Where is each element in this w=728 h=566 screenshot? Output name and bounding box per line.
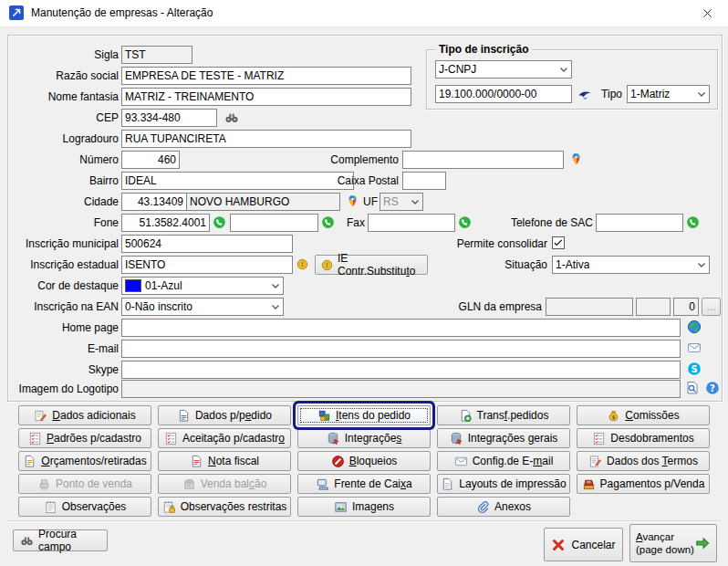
inscricao-estadual-label: Inscrição estadual [13,256,119,274]
button-frente-de-caixa[interactable]: Frente de Caixa [297,474,431,494]
whatsapp-icon[interactable] [458,215,472,229]
button-padroes-p-cadastro[interactable]: Padrões p/cadastro [18,428,151,448]
skype-input[interactable] [121,361,681,379]
skype-icon[interactable]: S [687,362,702,376]
caixa-postal-input[interactable] [402,172,446,190]
payments-icon [582,477,596,491]
button-aceitacao-p-cadastro[interactable]: Aceitação p/cadastro [158,428,291,448]
tipo-doc-value: J-CNPJ [439,63,476,76]
nome-fantasia-input[interactable]: MATRIZ - TREINAMENTO [121,88,411,106]
button-anexos[interactable]: Anexos [437,497,570,517]
window-title: Manutenção de empresas - Alteração [31,0,213,26]
button-integracoes[interactable]: Integrações [297,428,431,448]
button-dados-adicionais[interactable]: Dados adicionais [18,405,151,425]
button-dados-p-pedido[interactable]: Dados p/pedido [158,405,291,425]
razao-social-input[interactable]: EMPRESA DE TESTE - MATRIZ [121,67,411,85]
home-page-input[interactable] [121,319,681,337]
cor-destaque-value: 01-Azul [145,279,182,292]
fax-label: Fax [330,214,365,232]
sac-input[interactable] [596,214,683,232]
transfer-icon [459,409,473,423]
map-pin-icon[interactable] [346,194,359,208]
svg-text:$: $ [612,413,616,419]
button-comissoes[interactable]: $Comissões [577,405,710,425]
email-input[interactable] [121,340,681,358]
uf-label: UF [359,193,378,211]
button-ponto-de-venda: Ponto de venda [18,474,151,494]
numero-input[interactable]: 460 [121,151,180,169]
cor-destaque-select[interactable]: 01-Azul [121,277,284,295]
cidade-name-field: NOVO HAMBURGO [186,193,340,211]
permite-consolidar-checkbox[interactable] [552,236,565,249]
numero-label: Número [13,151,119,169]
logotipo-input[interactable] [121,380,681,398]
ie-contr-substituto-button[interactable]: IE Contr.Substituto [315,255,428,275]
inscricao-ean-label: Inscrição na EAN [13,298,119,316]
button-label: Comissões [625,409,679,422]
avancar-labels: Avançar (page down) [636,530,694,556]
cancelar-button[interactable]: Cancelar [544,528,623,561]
bairro-label: Bairro [13,172,119,190]
checklist-icon [592,432,606,445]
sigla-input[interactable]: TST [121,46,192,64]
notes-lock-icon [162,500,176,514]
button-desdobramentos[interactable]: Desdobramentos [577,428,710,448]
complemento-input[interactable] [402,151,564,169]
cnpj-input[interactable]: 19.100.000/0000-00 [435,85,572,103]
button-config-de-email[interactable]: Config.de E-mail [437,451,570,471]
button-label: Observações restritas [181,500,287,513]
button-observacoes-restritas[interactable]: Observações restritas [158,497,291,517]
help-icon[interactable]: ? [705,381,720,395]
situacao-value: 1-Ativa [556,258,589,271]
cnpj-icon[interactable] [577,87,592,101]
close-button[interactable] [686,0,728,26]
inscricao-ean-select[interactable]: 0-Não inscrito [121,298,284,316]
moneybag-icon: $ [607,409,620,423]
avancar-button[interactable]: Avançar (page down) [629,524,717,562]
button-pagamentos-p-venda[interactable]: Pagamentos p/Venda [577,474,710,494]
image-search-icon[interactable] [685,381,700,395]
cashier-icon [316,477,329,491]
button-transf-pedidos[interactable]: Transf.pedidos [437,405,570,425]
whatsapp-icon[interactable] [686,215,700,229]
envelope-icon [454,455,468,468]
logradouro-input[interactable]: RUA TUPANCIRETA [121,130,411,148]
fone-input-2[interactable] [230,214,318,232]
razao-social-label: Razão social [13,67,119,85]
fax-input[interactable] [368,214,455,232]
coin-icon[interactable] [296,257,309,271]
fone-input-1[interactable]: 51.3582.4001 [121,214,210,232]
button-orcamentos-retiradas[interactable]: Orçamentos/retiradas [18,451,151,471]
button-label: Orçamentos/retiradas [41,455,146,467]
inscricao-estadual-input[interactable]: ISENTO [121,256,293,274]
chevron-down-icon [268,299,283,314]
situacao-select[interactable]: 1-Ativa [552,256,710,274]
button-itens-do-pedido[interactable]: Itens do pedido [297,405,431,425]
button-label: Config.de E-mail [473,455,554,467]
button-integracoes-gerais[interactable]: Integrações gerais [437,428,570,448]
chevron-down-icon [556,62,571,77]
button-imagens[interactable]: Imagens [297,497,431,517]
button-nota-fiscal[interactable]: Nota fiscal [158,451,291,471]
button-bloqueios[interactable]: Bloqueios [297,451,431,471]
procura-campo-button[interactable]: Procura campo [13,529,108,551]
cubes-icon [317,409,331,423]
binoculars-icon[interactable] [224,110,239,125]
button-layouts-de-impressao[interactable]: Layouts de impressão [437,474,570,494]
cidade-code-input[interactable]: 43.13409 [121,193,187,211]
whatsapp-icon[interactable] [213,215,226,229]
button-observacoes[interactable]: Observações [18,497,151,517]
cep-label: CEP [13,109,119,127]
cep-input[interactable]: 93.334-480 [121,109,217,127]
button-label: Frente de Caixa [334,477,411,490]
tipo-doc-select[interactable]: J-CNPJ [435,60,572,79]
globe-icon[interactable] [687,320,702,334]
email-label: E-mail [13,340,119,358]
tipo-select[interactable]: 1-Matriz [627,85,710,103]
mail-icon[interactable] [687,341,702,355]
map-pin-icon[interactable] [569,152,583,166]
button-dados-dos-termos[interactable]: Dados dos Termos [577,451,710,471]
checklist-icon [28,432,42,445]
gln-input-3: 0 [673,298,699,316]
inscricao-municipal-input[interactable]: 500624 [121,235,293,253]
